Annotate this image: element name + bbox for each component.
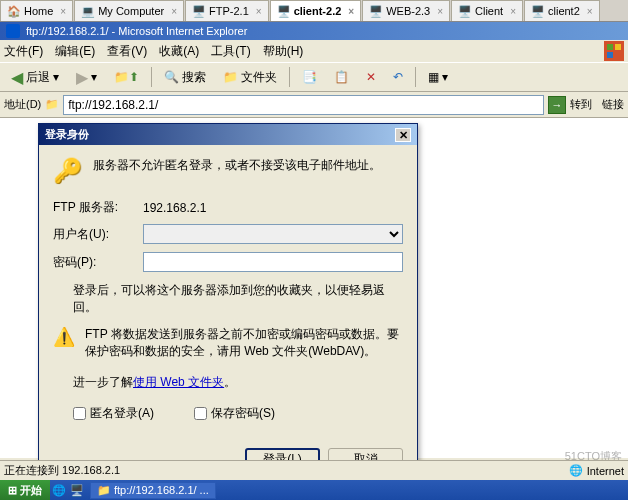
delete-button[interactable]: ✕: [359, 66, 383, 88]
tab-web23[interactable]: 🖥️WEB-2.3×: [362, 0, 450, 21]
tab-mycomputer[interactable]: 💻My Computer×: [74, 0, 184, 21]
tab-client[interactable]: 🖥️Client×: [451, 0, 523, 21]
computer-icon: 💻: [81, 5, 95, 18]
copy-button[interactable]: 📋: [327, 66, 356, 88]
folder-icon: 📁: [45, 98, 59, 111]
vm-tabs: 🏠Home× 💻My Computer× 🖥️FTP-2.1× 🖥️client…: [0, 0, 628, 22]
move-button[interactable]: 📑: [295, 66, 324, 88]
views-button[interactable]: ▦▾: [421, 66, 455, 88]
status-text: 正在连接到 192.168.2.1: [4, 463, 120, 478]
warning-icon: ⚠️: [53, 326, 75, 360]
close-icon[interactable]: ×: [171, 6, 177, 17]
ie-icon: 📁: [97, 484, 111, 497]
copy-icon: 📋: [334, 70, 349, 84]
forward-button[interactable]: ▶▾: [69, 64, 104, 91]
windows-icon: ⊞: [8, 484, 17, 497]
webdav-link[interactable]: 使用 Web 文件夹: [133, 375, 224, 389]
back-button[interactable]: ◀后退▾: [4, 64, 66, 91]
go-label[interactable]: 转到: [570, 97, 592, 112]
address-label: 地址(D): [4, 97, 41, 112]
tab-home[interactable]: 🏠Home×: [0, 0, 73, 21]
taskbar-item-ie[interactable]: 📁ftp://192.168.2.1/ ...: [90, 482, 216, 499]
svg-rect-2: [615, 44, 621, 50]
quicklaunch-ie[interactable]: 🌐: [50, 481, 68, 499]
close-icon[interactable]: ×: [510, 6, 516, 17]
tab-client2[interactable]: 🖥️client2×: [524, 0, 600, 21]
vm-icon: 🖥️: [369, 5, 383, 18]
ie-logo-icon: [604, 41, 624, 61]
go-button[interactable]: →: [548, 96, 566, 114]
username-label: 用户名(U):: [53, 226, 143, 243]
separator: [415, 67, 416, 87]
anonymous-checkbox[interactable]: 匿名登录(A): [73, 405, 154, 422]
zone-text: Internet: [587, 465, 624, 477]
chevron-down-icon: ▾: [442, 70, 448, 84]
note-security: FTP 将数据发送到服务器之前不加密或编码密码或数据。要保护密码和数据的安全，请…: [85, 326, 403, 360]
search-icon: 🔍: [164, 70, 179, 84]
save-password-checkbox[interactable]: 保存密码(S): [194, 405, 275, 422]
ie-icon: [6, 24, 20, 38]
chevron-down-icon: ▾: [53, 70, 59, 84]
svg-rect-1: [607, 44, 613, 50]
links-label[interactable]: 链接: [602, 97, 624, 112]
internet-icon: 🌐: [569, 464, 583, 477]
separator: [151, 67, 152, 87]
content-area: 登录身份 ✕ 🔑 服务器不允许匿名登录，或者不接受该电子邮件地址。 FTP 服务…: [0, 118, 628, 458]
window-title: ftp://192.168.2.1/ - Microsoft Internet …: [26, 25, 247, 37]
tab-ftp21[interactable]: 🖥️FTP-2.1×: [185, 0, 269, 21]
svg-rect-3: [607, 52, 613, 58]
password-input[interactable]: [143, 252, 403, 272]
address-input[interactable]: [63, 95, 544, 115]
forward-icon: ▶: [76, 68, 88, 87]
learn-more-prefix: 进一步了解: [73, 375, 133, 389]
vm-icon: 🖥️: [192, 5, 206, 18]
menubar: 文件(F) 编辑(E) 查看(V) 收藏(A) 工具(T) 帮助(H): [0, 40, 628, 62]
vm-icon: 🖥️: [458, 5, 472, 18]
chevron-down-icon: ▾: [91, 70, 97, 84]
quicklaunch-desktop[interactable]: 🖥️: [68, 481, 86, 499]
close-icon[interactable]: ×: [348, 6, 354, 17]
back-icon: ◀: [11, 68, 23, 87]
undo-icon: ↶: [393, 70, 403, 84]
dialog-titlebar[interactable]: 登录身份 ✕: [39, 124, 417, 145]
move-icon: 📑: [302, 70, 317, 84]
close-icon[interactable]: ×: [587, 6, 593, 17]
up-button[interactable]: 📁⬆: [107, 66, 146, 88]
note-favorites: 登录后，可以将这个服务器添加到您的收藏夹，以便轻易返回。: [73, 282, 403, 316]
toolbar: ◀后退▾ ▶▾ 📁⬆ 🔍搜索 📁文件夹 📑 📋 ✕ ↶ ▦▾: [0, 62, 628, 92]
vm-icon: 🖥️: [531, 5, 545, 18]
close-button[interactable]: ✕: [395, 128, 411, 142]
separator: [289, 67, 290, 87]
menu-file[interactable]: 文件(F): [4, 43, 43, 60]
close-icon[interactable]: ×: [256, 6, 262, 17]
up-icon: 📁⬆: [114, 70, 139, 84]
start-button[interactable]: ⊞ 开始: [0, 480, 50, 500]
login-dialog: 登录身份 ✕ 🔑 服务器不允许匿名登录，或者不接受该电子邮件地址。 FTP 服务…: [38, 123, 418, 485]
views-icon: ▦: [428, 70, 439, 84]
password-label: 密码(P):: [53, 254, 143, 271]
addressbar: 地址(D) 📁 → 转到 链接: [0, 92, 628, 118]
search-button[interactable]: 🔍搜索: [157, 65, 213, 90]
statusbar: 正在连接到 192.168.2.1 🌐 Internet: [0, 460, 628, 480]
dialog-message: 服务器不允许匿名登录，或者不接受该电子邮件地址。: [93, 157, 381, 185]
server-label: FTP 服务器:: [53, 199, 143, 216]
menu-view[interactable]: 查看(V): [107, 43, 147, 60]
delete-icon: ✕: [366, 70, 376, 84]
folders-button[interactable]: 📁文件夹: [216, 65, 284, 90]
home-icon: 🏠: [7, 5, 21, 18]
taskbar: ⊞ 开始 🌐 🖥️ 📁ftp://192.168.2.1/ ...: [0, 480, 628, 500]
menu-tools[interactable]: 工具(T): [211, 43, 250, 60]
undo-button[interactable]: ↶: [386, 66, 410, 88]
menu-edit[interactable]: 编辑(E): [55, 43, 95, 60]
menu-favorites[interactable]: 收藏(A): [159, 43, 199, 60]
dialog-title-text: 登录身份: [45, 127, 89, 142]
server-value: 192.168.2.1: [143, 201, 206, 215]
vm-icon: 🖥️: [277, 5, 291, 18]
folders-icon: 📁: [223, 70, 238, 84]
window-titlebar: ftp://192.168.2.1/ - Microsoft Internet …: [0, 22, 628, 40]
close-icon[interactable]: ×: [437, 6, 443, 17]
menu-help[interactable]: 帮助(H): [263, 43, 304, 60]
tab-client22[interactable]: 🖥️client-2.2×: [270, 0, 362, 21]
username-input[interactable]: [143, 224, 403, 244]
close-icon[interactable]: ×: [60, 6, 66, 17]
